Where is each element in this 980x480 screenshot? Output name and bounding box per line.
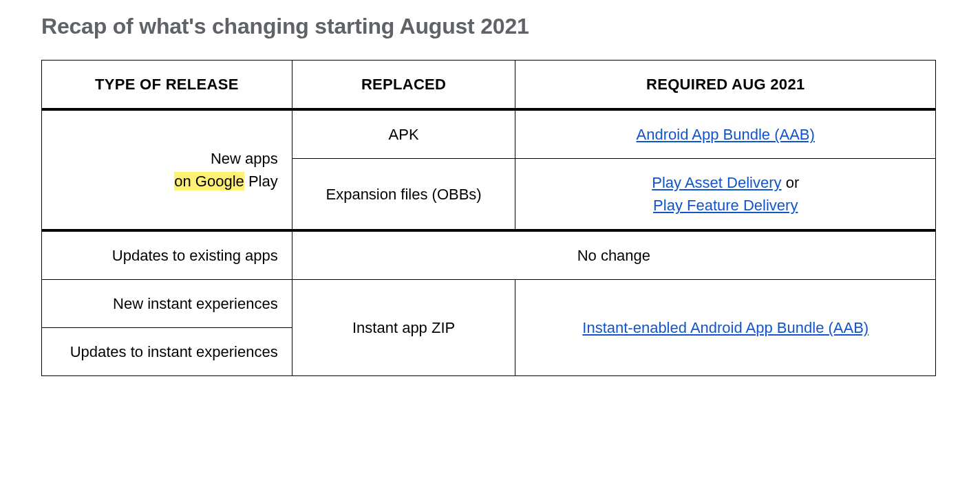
cell-type-updates-existing: Updates to existing apps xyxy=(42,230,292,280)
header-type: TYPE OF RELEASE xyxy=(42,61,292,110)
cell-required-instant-aab: Instant-enabled Android App Bundle (AAB) xyxy=(515,280,936,376)
cell-no-change: No change xyxy=(292,230,935,280)
text-new-apps-line1: New apps xyxy=(211,150,278,167)
cell-replaced-apk: APK xyxy=(292,109,515,159)
cell-type-new-instant: New instant experiences xyxy=(42,280,292,328)
cell-type-updates-instant: Updates to instant experiences xyxy=(42,328,292,376)
text-or: or xyxy=(782,174,800,191)
table-row: New apps on Google Play APK Android App … xyxy=(42,109,936,159)
cell-required-aab: Android App Bundle (AAB) xyxy=(515,109,936,159)
page-heading: Recap of what's changing starting August… xyxy=(41,14,939,39)
cell-replaced-instant-zip: Instant app ZIP xyxy=(292,280,515,376)
link-instant-enabled-aab[interactable]: Instant-enabled Android App Bundle (AAB) xyxy=(582,319,869,336)
link-play-asset-delivery[interactable]: Play Asset Delivery xyxy=(652,174,781,191)
table-row: New instant experiences Instant app ZIP … xyxy=(42,280,936,328)
link-play-feature-delivery[interactable]: Play Feature Delivery xyxy=(653,197,798,214)
cell-type-new-apps: New apps on Google Play xyxy=(42,109,292,230)
header-replaced: REPLACED xyxy=(292,61,515,110)
link-android-app-bundle[interactable]: Android App Bundle (AAB) xyxy=(637,126,815,143)
header-required: REQUIRED AUG 2021 xyxy=(515,61,936,110)
cell-required-delivery: Play Asset Delivery or Play Feature Deli… xyxy=(515,159,936,231)
table-row: Updates to existing apps No change xyxy=(42,230,936,280)
text-highlight-on-google: on Google xyxy=(174,172,244,190)
cell-replaced-obb: Expansion files (OBBs) xyxy=(292,159,515,231)
release-table: TYPE OF RELEASE REPLACED REQUIRED AUG 20… xyxy=(41,60,936,376)
text-play-suffix: Play xyxy=(244,173,278,190)
